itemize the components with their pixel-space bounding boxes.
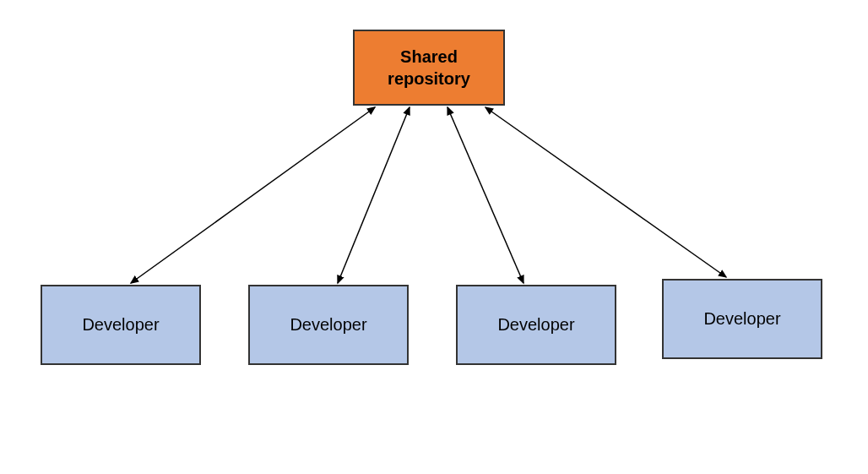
- central-node: Shared repository: [353, 30, 505, 106]
- connection-line: [131, 107, 375, 283]
- developer-node-label: Developer: [290, 315, 366, 335]
- connection-line: [486, 107, 726, 277]
- connection-line: [448, 107, 524, 283]
- developer-node: Developer: [248, 285, 409, 365]
- central-node-label: Shared repository: [388, 46, 470, 90]
- developer-node-label: Developer: [497, 315, 574, 335]
- developer-node: Developer: [456, 285, 616, 365]
- developer-node: Developer: [41, 285, 201, 365]
- connection-line: [338, 107, 410, 283]
- developer-node-label: Developer: [703, 309, 780, 329]
- developer-node: Developer: [662, 279, 822, 359]
- developer-node-label: Developer: [82, 315, 159, 335]
